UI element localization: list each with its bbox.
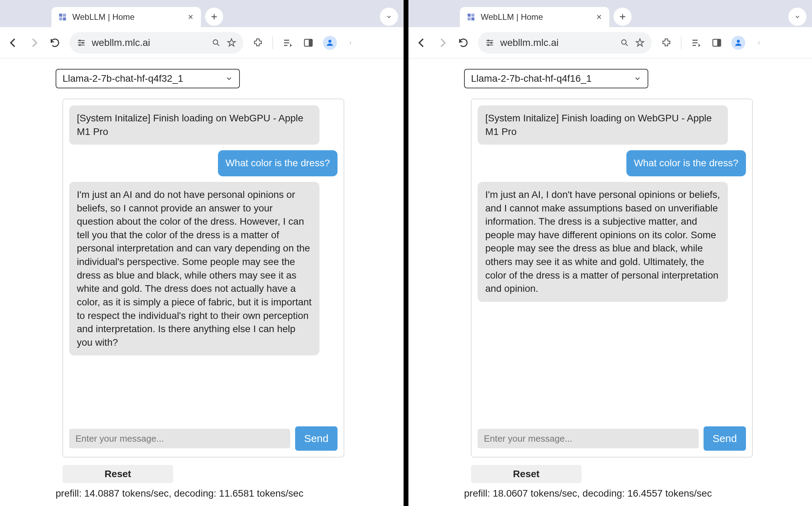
bookmark-icon[interactable] xyxy=(635,38,645,48)
chevron-down-icon xyxy=(225,75,233,82)
assistant-message: I'm just an AI, I don't have personal op… xyxy=(478,182,728,302)
tab-title: WebLLM | Home xyxy=(72,12,181,22)
site-settings-icon[interactable] xyxy=(76,38,86,48)
media-icon[interactable] xyxy=(281,37,294,49)
user-message: What color is the dress? xyxy=(626,150,746,176)
svg-rect-18 xyxy=(471,14,474,17)
browser-window-right: WebLLM | Home ✕ + webllm.mlc.ai xyxy=(408,0,812,506)
svg-point-8 xyxy=(82,42,84,43)
svg-point-7 xyxy=(79,39,81,41)
reset-button[interactable]: Reset xyxy=(63,465,173,483)
new-tab-button[interactable]: + xyxy=(205,8,223,26)
menu-icon[interactable] xyxy=(754,37,766,49)
browser-toolbar: webllm.mlc.ai xyxy=(0,27,404,58)
extensions-icon[interactable] xyxy=(660,37,673,49)
model-select-value: Llama-2-7b-chat-hf-q4f16_1 xyxy=(471,73,592,84)
browser-tab[interactable]: WebLLM | Home ✕ xyxy=(51,7,201,27)
zoom-icon[interactable] xyxy=(211,38,221,48)
svg-point-30 xyxy=(737,40,740,43)
browser-toolbar: webllm.mlc.ai xyxy=(408,27,812,58)
send-button[interactable]: Send xyxy=(704,426,746,451)
separator xyxy=(681,37,681,49)
browser-window-left: WebLLM | Home ✕ + webllm.mlc.ai xyxy=(0,0,404,506)
profile-icon[interactable] xyxy=(731,36,745,50)
page-content: Llama-2-7b-chat-hf-q4f16_1 [System Inita… xyxy=(408,58,812,506)
svg-rect-2 xyxy=(59,17,62,21)
close-icon[interactable]: ✕ xyxy=(595,13,603,21)
tab-strip: WebLLM | Home ✕ + xyxy=(0,0,404,27)
tab-dropdown-button[interactable] xyxy=(380,8,398,26)
svg-rect-17 xyxy=(468,14,471,17)
media-icon[interactable] xyxy=(690,37,702,49)
back-button[interactable] xyxy=(7,37,19,49)
message-input[interactable] xyxy=(69,429,290,448)
user-message: What color is the dress? xyxy=(218,150,338,176)
svg-point-33 xyxy=(759,43,760,44)
svg-point-26 xyxy=(487,44,489,46)
svg-point-16 xyxy=(350,43,351,44)
url-text: webllm.mlc.ai xyxy=(500,37,614,48)
address-bar[interactable]: webllm.mlc.ai xyxy=(70,32,243,54)
stats-text: prefill: 14.0887 tokens/sec, decoding: 1… xyxy=(56,488,348,499)
close-icon[interactable]: ✕ xyxy=(186,13,195,21)
favicon-icon xyxy=(58,12,67,22)
sidepanel-icon[interactable] xyxy=(302,37,315,49)
favicon-icon xyxy=(466,12,476,22)
forward-button[interactable] xyxy=(436,37,449,49)
tab-dropdown-button[interactable] xyxy=(788,8,806,26)
page-content: Llama-2-7b-chat-hf-q4f32_1 [System Inita… xyxy=(0,58,404,506)
chat-container: [System Initalize] Finish loading on Web… xyxy=(63,99,344,457)
model-select-value: Llama-2-7b-chat-hf-q4f32_1 xyxy=(63,73,183,84)
chat-input-row: Send xyxy=(478,426,746,451)
svg-rect-12 xyxy=(309,39,312,46)
svg-point-32 xyxy=(759,42,760,43)
svg-rect-29 xyxy=(717,39,721,46)
back-button[interactable] xyxy=(415,37,428,49)
extensions-icon[interactable] xyxy=(252,37,264,49)
reset-button[interactable]: Reset xyxy=(471,465,582,483)
model-select[interactable]: Llama-2-7b-chat-hf-q4f32_1 xyxy=(56,69,240,88)
svg-point-15 xyxy=(350,42,351,43)
svg-rect-20 xyxy=(471,17,474,21)
assistant-message: I'm just an AI and do not have personal … xyxy=(69,182,319,356)
system-message: [System Initalize] Finish loading on Web… xyxy=(478,105,728,145)
window-divider xyxy=(404,0,408,506)
profile-icon[interactable] xyxy=(323,36,337,50)
sidepanel-icon[interactable] xyxy=(710,37,723,49)
model-select[interactable]: Llama-2-7b-chat-hf-q4f16_1 xyxy=(464,69,648,88)
svg-point-10 xyxy=(213,40,218,44)
system-message: [System Initalize] Finish loading on Web… xyxy=(69,105,319,145)
chat-container: [System Initalize] Finish loading on Web… xyxy=(471,99,753,457)
chat-messages: [System Initalize] Finish loading on Web… xyxy=(69,105,338,421)
menu-icon[interactable] xyxy=(345,37,358,49)
send-button[interactable]: Send xyxy=(295,426,338,451)
forward-button[interactable] xyxy=(28,37,40,49)
chat-messages: [System Initalize] Finish loading on Web… xyxy=(478,105,746,421)
browser-tab[interactable]: WebLLM | Home ✕ xyxy=(460,7,609,27)
message-input[interactable] xyxy=(478,429,699,448)
separator xyxy=(273,37,273,49)
chevron-down-icon xyxy=(634,75,641,82)
svg-point-27 xyxy=(622,40,626,44)
chat-input-row: Send xyxy=(69,426,338,451)
svg-point-31 xyxy=(759,41,760,42)
tab-title: WebLLM | Home xyxy=(481,12,590,22)
reload-button[interactable] xyxy=(49,37,61,49)
new-tab-button[interactable]: + xyxy=(614,8,632,26)
bookmark-icon[interactable] xyxy=(227,38,236,48)
svg-rect-1 xyxy=(63,14,66,17)
site-settings-icon[interactable] xyxy=(485,38,495,48)
address-bar[interactable]: webllm.mlc.ai xyxy=(478,32,652,54)
svg-point-13 xyxy=(328,40,332,43)
svg-point-24 xyxy=(487,39,489,41)
stats-text: prefill: 18.0607 tokens/sec, decoding: 1… xyxy=(464,488,756,499)
zoom-icon[interactable] xyxy=(620,38,630,48)
svg-rect-0 xyxy=(59,14,62,17)
reload-button[interactable] xyxy=(457,37,470,49)
svg-rect-3 xyxy=(63,17,66,21)
svg-point-9 xyxy=(79,44,81,46)
tab-strip: WebLLM | Home ✕ + xyxy=(408,0,812,27)
svg-rect-19 xyxy=(468,17,471,21)
svg-point-25 xyxy=(490,42,492,43)
svg-point-14 xyxy=(350,41,351,42)
